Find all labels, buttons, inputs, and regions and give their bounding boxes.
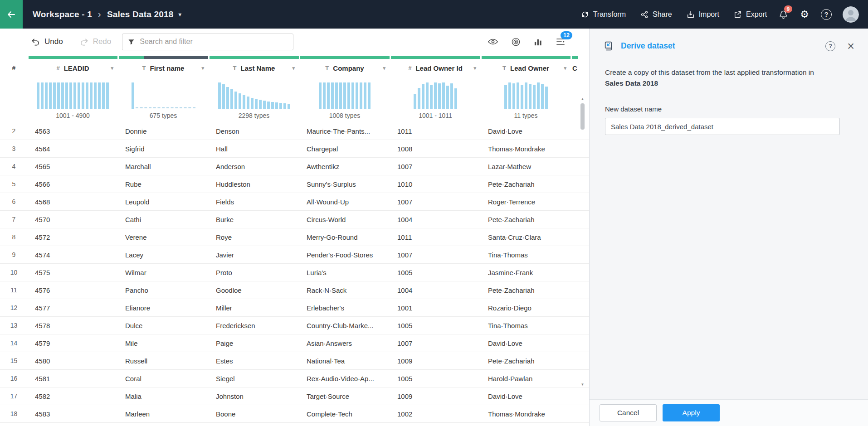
column-quality-bar[interactable]: [299, 56, 390, 59]
export-button[interactable]: Export: [734, 10, 767, 19]
column-menu-caret-icon[interactable]: ▾: [473, 65, 476, 71]
scroll-down-icon[interactable]: ▼: [580, 382, 585, 388]
dataset-caret-icon[interactable]: ▾: [179, 11, 181, 18]
histogram-bar: [271, 102, 274, 109]
column-histogram[interactable]: 1001 - 1011: [390, 77, 481, 122]
column-quality-bar[interactable]: [481, 56, 571, 59]
table-cell: 4578: [28, 322, 118, 329]
table-row: 94574LaceyJavierPender's·Food·Stores1007…: [0, 246, 589, 264]
table-cell: Rack·N·Sack: [299, 286, 390, 294]
histogram-bar: [106, 82, 109, 109]
share-button[interactable]: Share: [640, 10, 672, 19]
table-cell: Coral: [118, 375, 209, 382]
histogram-bar: [438, 83, 441, 109]
data-quality-button[interactable]: [511, 37, 521, 47]
breadcrumb-dataset[interactable]: Sales Data 2018: [107, 10, 174, 19]
column-quality-bar[interactable]: [209, 56, 299, 59]
column-header[interactable]: #LEADID▾: [28, 59, 118, 77]
undo-button[interactable]: Undo: [31, 37, 63, 46]
new-dataset-name-input[interactable]: [605, 118, 840, 135]
vertical-scroll-thumb[interactable]: [580, 103, 585, 130]
apply-button[interactable]: Apply: [663, 404, 720, 421]
column-histogram[interactable]: 675 types: [118, 77, 209, 122]
table-cell: 4563: [28, 127, 118, 135]
table-cell: 4566: [28, 180, 118, 188]
table-cell: Thomas·Mondrake: [481, 145, 571, 153]
panel-close-icon[interactable]: ×: [847, 42, 854, 51]
column-histogram[interactable]: 11 types: [481, 77, 571, 122]
table-cell: Sunny's·Surplus: [299, 180, 390, 188]
column-header[interactable]: #Lead Owner Id▾: [390, 59, 481, 77]
scroll-up-icon[interactable]: ▲: [580, 96, 585, 102]
cancel-button[interactable]: Cancel: [600, 404, 657, 421]
column-menu-caret-icon[interactable]: ▾: [564, 65, 566, 71]
column-histogram[interactable]: [571, 77, 579, 122]
column-histogram[interactable]: 2298 types: [209, 77, 299, 122]
table-row: 114576PanchoGoodloeRack·N·Sack1004Pete·Z…: [0, 281, 589, 299]
column-histogram[interactable]: 1001 - 4900: [28, 77, 118, 122]
histogram-bar: [351, 82, 354, 109]
histogram-bar: [545, 87, 548, 109]
column-summary: 2298 types: [239, 112, 270, 119]
breadcrumb-workspace[interactable]: Workspace - 1: [33, 10, 92, 19]
column-header[interactable]: TLast Name▾: [209, 59, 299, 77]
histogram-bar: [279, 103, 282, 109]
export-label: Export: [746, 10, 767, 19]
view-tools: 12: [488, 37, 589, 47]
share-label: Share: [653, 10, 672, 19]
transform-button[interactable]: Transform: [581, 10, 626, 19]
column-header[interactable]: TFirst name▾: [118, 59, 209, 77]
column-name: LEADID: [64, 64, 89, 72]
table-cell: Circus·World: [299, 216, 390, 223]
column-header[interactable]: TLead Owner▾: [481, 59, 571, 77]
row-number: 18: [0, 410, 28, 417]
transform-label: Transform: [593, 10, 626, 19]
column-menu-caret-icon[interactable]: ▾: [111, 65, 113, 71]
table-row: 44565MarchallAndersonAwthentikz1007Lazar…: [0, 158, 589, 175]
column-menu-caret-icon[interactable]: ▾: [292, 65, 295, 71]
help-button[interactable]: ?: [821, 9, 832, 20]
table-cell: 4575: [28, 269, 118, 276]
column-type-icon: T: [502, 65, 506, 72]
table-row: 54566RubeHuddlestonSunny's·Surplus1010Pe…: [0, 175, 589, 193]
column-quality-bar[interactable]: [28, 56, 118, 59]
preview-button[interactable]: [488, 38, 498, 45]
notifications-button[interactable]: 9: [779, 10, 788, 19]
column-quality-bar[interactable]: [390, 56, 481, 59]
table-cell: Elianore: [118, 304, 209, 312]
row-number: 16: [0, 375, 28, 382]
search-input[interactable]: [140, 38, 288, 46]
table-cell: Sigfrid: [118, 145, 209, 153]
table-cell: 1009: [390, 357, 481, 365]
column-quality-bar[interactable]: [118, 56, 209, 59]
derive-dataset-panel: Derive dataset ? × Create a copy of this…: [589, 29, 868, 426]
column-menu-caret-icon[interactable]: ▾: [383, 65, 385, 71]
back-button[interactable]: [0, 0, 23, 29]
applied-steps-button[interactable]: 12: [556, 37, 566, 46]
table-cell: 1007: [390, 339, 481, 347]
redo-button[interactable]: Redo: [79, 37, 112, 46]
column-menu-caret-icon[interactable]: ▾: [201, 65, 204, 71]
table-row: 64568LeupoldFieldsAll·Wound·Up1007Roger·…: [0, 193, 589, 211]
table-cell: Roger·Terrence: [481, 198, 571, 206]
table-cell: Country·Club·Marke...: [299, 322, 390, 329]
table-cell: Maurice·The·Pants...: [299, 127, 390, 135]
column-stats-button[interactable]: [533, 38, 543, 46]
top-bar: Workspace - 1 › Sales Data 2018 ▾ Transf…: [0, 0, 868, 29]
column-header[interactable]: TCompany▾: [299, 59, 390, 77]
vertical-scrollbar[interactable]: ▲ ▼: [580, 96, 585, 388]
table-cell: 1005: [390, 375, 481, 382]
avatar[interactable]: [843, 6, 859, 23]
row-number: 4: [0, 163, 28, 170]
column-quality-bar[interactable]: [571, 56, 579, 59]
table-row: 154580RussellEstesNational·Tea1009Pete·Z…: [0, 352, 589, 370]
histogram-bar: [78, 82, 80, 109]
panel-help-icon[interactable]: ?: [825, 41, 835, 51]
column-histogram[interactable]: 1008 types: [299, 77, 390, 122]
import-button[interactable]: Import: [687, 10, 719, 19]
column-header[interactable]: C: [571, 59, 579, 77]
table-cell: Chargepal: [299, 145, 390, 153]
column-summary: 1001 - 1011: [419, 112, 452, 119]
row-number-header: #: [0, 59, 28, 77]
settings-button[interactable]: ⚙: [800, 10, 809, 19]
